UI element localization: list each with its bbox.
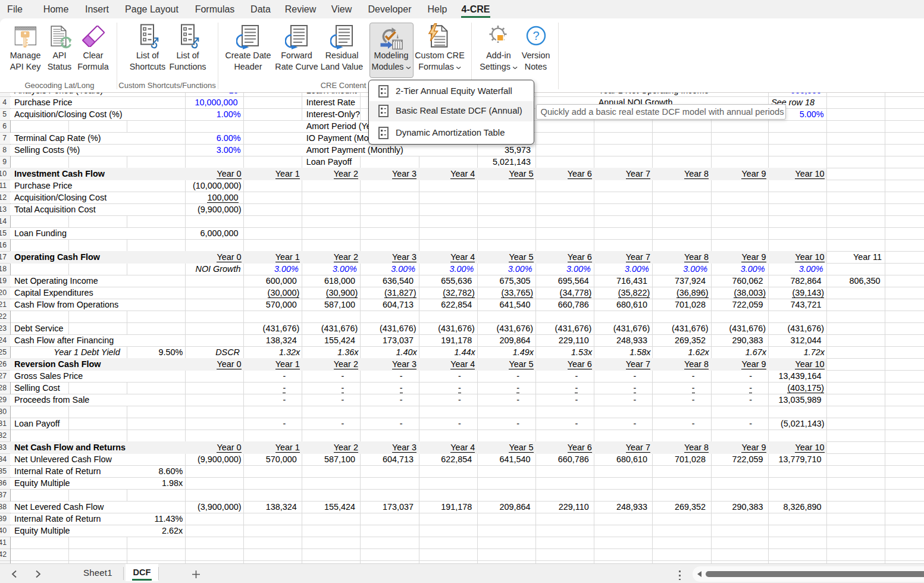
- svg-text:?: ?: [533, 29, 539, 42]
